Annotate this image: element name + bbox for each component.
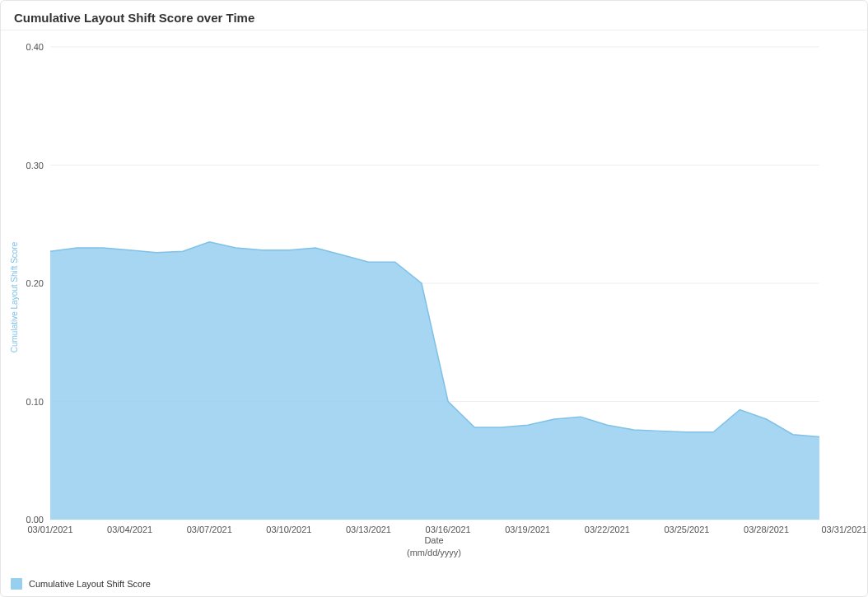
svg-text:0.40: 0.40 [26, 42, 44, 52]
chart-title: Cumulative Layout Shift Score over Time [14, 11, 854, 25]
chart-card: Cumulative Layout Shift Score over Time … [0, 0, 868, 597]
chart-header: Cumulative Layout Shift Score over Time [1, 1, 867, 30]
svg-text:03/16/2021: 03/16/2021 [426, 525, 471, 534]
legend-swatch [11, 578, 22, 590]
svg-text:03/31/2021: 03/31/2021 [821, 525, 866, 534]
x-axis-label: Date (mm/dd/yyyy) [407, 534, 461, 558]
chart-plot-area: Cumulative Layout Shift Score 0.000.100.… [1, 30, 867, 563]
svg-text:03/07/2021: 03/07/2021 [187, 525, 232, 534]
svg-text:03/25/2021: 03/25/2021 [664, 525, 709, 534]
legend-series-label: Cumulative Layout Shift Score [29, 579, 151, 589]
svg-text:03/04/2021: 03/04/2021 [107, 525, 152, 534]
svg-text:03/01/2021: 03/01/2021 [27, 525, 72, 534]
svg-text:0.30: 0.30 [26, 161, 44, 170]
svg-text:03/13/2021: 03/13/2021 [346, 525, 391, 534]
svg-text:03/10/2021: 03/10/2021 [266, 525, 311, 534]
y-axis-label: Cumulative Layout Shift Score [10, 241, 19, 352]
svg-text:0.20: 0.20 [26, 278, 44, 288]
svg-text:03/19/2021: 03/19/2021 [505, 525, 550, 534]
chart-svg: 0.000.100.200.300.4003/01/202103/04/2021… [1, 30, 868, 565]
x-axis-label-text: Date [424, 535, 443, 545]
svg-text:03/28/2021: 03/28/2021 [744, 525, 789, 534]
svg-text:0.00: 0.00 [26, 515, 44, 525]
chart-legend: Cumulative Layout Shift Score [11, 578, 151, 590]
x-axis-label-format: (mm/dd/yyyy) [407, 548, 461, 557]
svg-text:0.10: 0.10 [26, 397, 44, 407]
svg-text:03/22/2021: 03/22/2021 [585, 525, 630, 534]
